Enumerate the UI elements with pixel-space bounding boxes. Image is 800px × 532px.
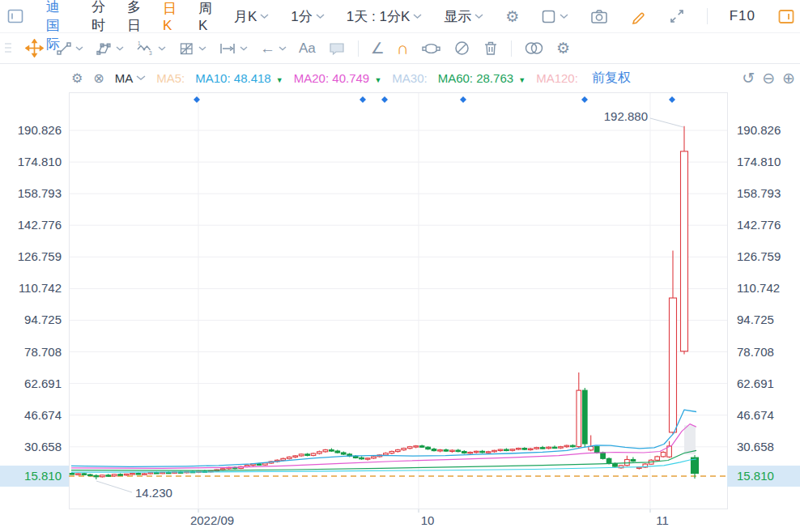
current-price-badge: 15.810	[0, 466, 69, 487]
gap-band	[684, 425, 696, 454]
down-triangle-icon: ▼	[276, 76, 283, 84]
price-annotation: 192.880	[604, 109, 648, 123]
down-triangle-icon: ▼	[518, 76, 526, 84]
candles-layer	[70, 126, 698, 479]
ma10-readout[interactable]: MA10: 48.418 ▼	[195, 71, 283, 85]
adjust-mode-button[interactable]: 前复权	[592, 70, 631, 87]
indicator-close-icon[interactable]: ⊗	[93, 72, 104, 85]
ma120-label[interactable]: MA120:	[536, 71, 578, 85]
chevron-down-icon	[136, 75, 146, 81]
event-diamonds-layer[interactable]	[194, 96, 675, 103]
indicator-group-select[interactable]: MA	[115, 71, 147, 85]
current-price-badge: 15.810	[727, 466, 800, 487]
indicator-bar: ⚙ ⊗ MA MA5: MA10: 48.418 ▼ MA20: 40.749 …	[71, 70, 631, 87]
zoom-in-icon[interactable]: ⊕	[782, 69, 795, 87]
ma60-readout[interactable]: MA60: 28.763 ▼	[438, 71, 526, 85]
ma20-readout[interactable]: MA20: 40.749 ▼	[294, 71, 382, 85]
trading-app-window: 华迪国际 分时 多日 日K 周K 月K 1分 1天 : 1分K 显示 ⚙	[0, 0, 800, 532]
indicator-settings-gear-icon[interactable]: ⚙	[71, 72, 83, 85]
ma5-label[interactable]: MA5:	[156, 71, 185, 85]
price-annotation: 14.230	[135, 486, 172, 500]
ma30-label[interactable]: MA30:	[392, 71, 427, 85]
MA20-line	[71, 424, 696, 469]
undo-icon[interactable]: ↺	[742, 69, 755, 87]
zoom-controls: ↺ ⊖ ⊕	[742, 69, 795, 87]
down-triangle-icon: ▼	[374, 76, 381, 84]
zoom-out-icon[interactable]: ⊖	[762, 69, 775, 87]
